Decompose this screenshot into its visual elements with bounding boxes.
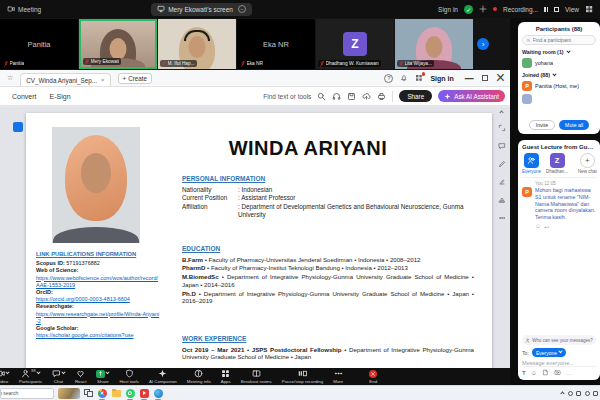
participant-search[interactable]	[522, 35, 596, 45]
meeting-info-button[interactable]: Meeting info	[182, 368, 216, 385]
chevron-up-icon[interactable]	[5, 370, 9, 374]
more-tools-icon[interactable]	[498, 214, 506, 222]
volume-icon[interactable]	[585, 391, 590, 396]
whatsapp-icon[interactable]	[125, 388, 135, 398]
zoom-sign-in-link[interactable]: Sign in	[438, 6, 458, 13]
document-tab[interactable]: CV_Winda Ariyani_Sep... ×	[20, 73, 110, 86]
video-button[interactable]: Video	[0, 368, 14, 385]
close-window-icon[interactable]: ×	[496, 69, 505, 87]
video-tile-m-iful[interactable]: M. Iful Hap...	[158, 19, 236, 69]
tray-icon[interactable]	[576, 391, 581, 396]
task-view-icon[interactable]	[84, 389, 93, 398]
react-button[interactable]: React	[70, 368, 91, 385]
chat-message[interactable]: P Mohon bagi mahasiswa S1 untuk rename "…	[522, 187, 596, 221]
tray-icon[interactable]	[568, 391, 573, 396]
wos-link[interactable]: https://www.webofscience.com/wos/author/…	[36, 275, 160, 289]
chat-tab-everyone[interactable]: Everyone	[522, 153, 541, 174]
end-meeting-button[interactable]: End	[364, 368, 382, 385]
more-format-icon[interactable]: …	[566, 370, 572, 376]
more-button[interactable]: More	[328, 368, 348, 385]
pause-stop-recording-button[interactable]: Pause/stop recording	[277, 368, 329, 385]
apps-button[interactable]: Apps	[216, 368, 236, 385]
view-grid-icon[interactable]	[585, 5, 593, 13]
meeting-tab[interactable]: Meeting	[7, 5, 41, 13]
share-screen-button[interactable]: Share	[91, 368, 114, 385]
chevron-up-icon[interactable]	[36, 370, 40, 374]
waiting-participant-row[interactable]: yohana	[522, 58, 596, 68]
encryption-shield-icon[interactable]: ✓	[464, 5, 473, 14]
search-icon[interactable]	[317, 92, 326, 101]
video-tile-mery-ekowati[interactable]: Mery Ekowati	[79, 19, 157, 69]
waiting-room-header[interactable]: Waiting room (1)	[522, 49, 596, 55]
joined-participant-row[interactable]: P Panitia (Host, me)	[522, 81, 596, 91]
read-aloud-headphones-icon[interactable]	[332, 92, 341, 101]
recipient-selector[interactable]: Everyone	[532, 348, 566, 357]
apps-grid-icon[interactable]	[415, 74, 423, 82]
screenshot-icon[interactable]	[554, 369, 561, 376]
notifications-bell-icon[interactable]	[400, 74, 408, 82]
comment-icon[interactable]	[498, 142, 506, 150]
help-icon[interactable]: ?	[384, 74, 393, 83]
network-icon[interactable]	[593, 391, 598, 396]
participants-button[interactable]: 88 Participants	[14, 368, 47, 385]
taskbar-search[interactable]: Type here to search	[0, 388, 54, 399]
host-tools-button[interactable]: Host tools	[114, 368, 144, 385]
participant-search-input[interactable]	[533, 37, 593, 43]
chevron-up-icon[interactable]	[61, 370, 65, 374]
tray-expand-icon[interactable]	[560, 391, 564, 395]
cloud-upload-icon[interactable]	[362, 92, 371, 101]
emoji-icon[interactable]: ☺	[531, 370, 537, 376]
menu-esign[interactable]: E-Sign	[50, 93, 71, 100]
video-tile-lita[interactable]: Lita Wijaya...	[395, 19, 473, 69]
chrome-icon[interactable]	[97, 388, 107, 398]
chevron-up-icon[interactable]	[106, 370, 110, 374]
format-text-icon[interactable]: T	[522, 370, 526, 376]
file-explorer-icon[interactable]	[111, 388, 121, 398]
print-icon[interactable]	[377, 92, 386, 101]
find-text-label[interactable]: Find text or tools	[263, 93, 311, 100]
quick-reply-icon[interactable]: ↩	[544, 223, 549, 230]
next-videos-button[interactable]: ›	[477, 38, 489, 50]
researchgate-link[interactable]: https://www.researchgate.net/profile/Win…	[36, 311, 160, 325]
blue-app-icon[interactable]	[153, 388, 163, 398]
maximize-icon[interactable]	[482, 75, 488, 81]
video-tile-eka-nr[interactable]: Eka NR Eka NR	[237, 19, 315, 69]
share-button[interactable]: Share	[399, 90, 432, 102]
taskbar-widget-thumbnail[interactable]	[58, 388, 80, 399]
minimize-icon[interactable]: –	[465, 69, 474, 87]
acrobat-sign-in-button[interactable]: Sign in	[430, 75, 453, 82]
attach-file-icon[interactable]	[542, 369, 549, 376]
create-button[interactable]: + Create	[118, 73, 153, 84]
video-tile-panitia[interactable]: Panitia Panitia	[0, 19, 78, 69]
mute-all-button[interactable]: Mute all	[559, 120, 589, 130]
pause-recording-button[interactable]	[544, 7, 548, 12]
shared-screen-tab[interactable]: Mery Ekowati's screen –	[151, 3, 252, 16]
chat-tab-direct[interactable]: Z Dhadhan...	[546, 153, 568, 174]
tab-options-icon[interactable]: –	[238, 5, 246, 13]
star-icon[interactable]: ☆	[7, 74, 13, 82]
video-tile-dhadhang[interactable]: Z Dhadhang W. Kurniawan	[316, 19, 394, 69]
visibility-notice[interactable]: Who can see your messages?	[522, 335, 596, 345]
expand-icon[interactable]	[498, 124, 506, 132]
ai-companion-button[interactable]: AI Companion	[144, 368, 182, 385]
invite-button[interactable]: Invite	[529, 120, 555, 130]
close-tab-icon[interactable]: ×	[101, 77, 105, 83]
red-app-icon[interactable]	[139, 388, 149, 398]
menu-convert[interactable]: Convert	[12, 93, 37, 100]
joined-participant-row-partial[interactable]	[522, 94, 596, 104]
chat-button[interactable]: Chat	[47, 368, 70, 385]
highlight-icon[interactable]	[498, 178, 506, 186]
edit-pencil-icon[interactable]	[498, 160, 506, 168]
ask-ai-assistant-button[interactable]: Ask AI Assistant	[438, 90, 505, 102]
connection-icon[interactable]	[479, 5, 487, 13]
collapse-icon[interactable]	[499, 110, 503, 114]
new-chat-button[interactable]: + New chat	[578, 153, 597, 174]
breakout-rooms-button[interactable]: Breakout rooms	[236, 368, 277, 385]
save-icon[interactable]	[347, 92, 356, 101]
view-button-label[interactable]: View	[565, 6, 579, 13]
joined-header[interactable]: Joined (88)	[522, 72, 596, 78]
pages-panel-icon[interactable]	[13, 122, 23, 132]
google-scholar-link[interactable]: https://scholar.google.com/citations?use	[36, 332, 160, 339]
orcid-link[interactable]: https://orcid.org/0000-0003-4813-6604	[36, 296, 160, 303]
stop-recording-button[interactable]	[554, 7, 559, 12]
